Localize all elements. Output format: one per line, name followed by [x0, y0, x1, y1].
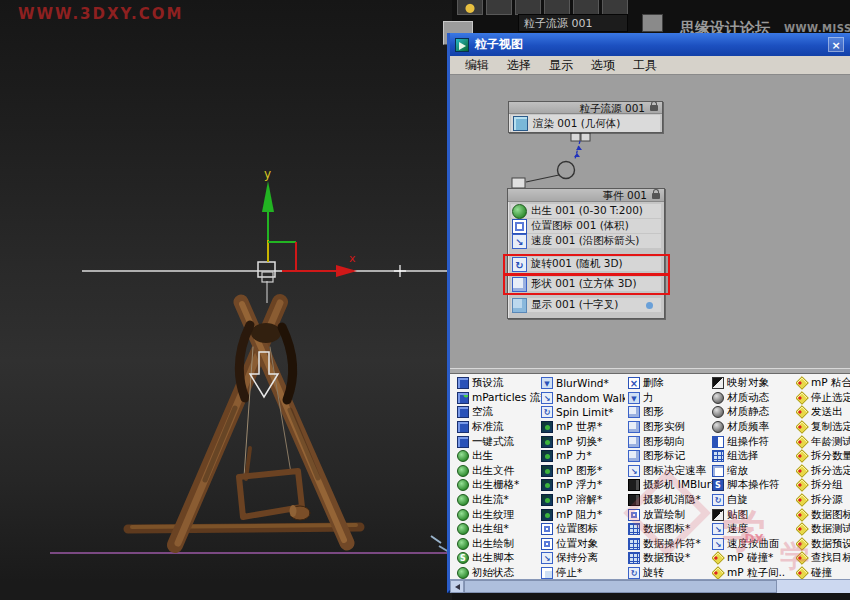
event-row-1[interactable]: 位置图标 001 (体积) [511, 219, 661, 233]
depot-item[interactable]: 数据预设* [628, 551, 712, 566]
scrollbar-thumb[interactable] [464, 580, 777, 593]
y-axis-arrow[interactable] [262, 181, 274, 212]
depot-item[interactable]: mP 粘合* [796, 376, 850, 391]
utilities-tab-icon[interactable] [602, 0, 628, 15]
depot-item[interactable]: 数据图标* [628, 522, 712, 537]
source-node-header[interactable]: 粒子流源 001 [509, 102, 662, 114]
depot-item[interactable]: 预设流 [457, 376, 541, 391]
depot-item[interactable]: 出生脚本 [457, 551, 541, 566]
depot-item[interactable]: 拆分组 [796, 478, 850, 493]
depot-scrollbar[interactable] [450, 579, 850, 593]
depot-item[interactable]: 图形 [628, 405, 712, 420]
depot-item[interactable]: 发送出 [796, 405, 850, 420]
menu-select[interactable]: 选择 [498, 57, 540, 74]
depot-item[interactable]: 材质动态 [712, 391, 796, 406]
depot-item[interactable]: 标准流 [457, 420, 541, 435]
depot-item[interactable]: 图形实例 [628, 420, 712, 435]
depot-item[interactable]: 力 [628, 391, 712, 406]
menu-tools[interactable]: 工具 [624, 57, 666, 74]
depot-item[interactable]: 数据操作符* [628, 537, 712, 552]
display-color-dot[interactable] [646, 302, 653, 309]
titlebar[interactable]: 粒子视图 × [450, 33, 850, 56]
depot-item[interactable]: 位置对象 [541, 537, 625, 552]
depot-item[interactable]: 摄影机 IMBlur* [628, 478, 712, 493]
depot-item[interactable]: 出生绘制 [457, 537, 541, 552]
depot-item[interactable]: 出生文件 [457, 464, 541, 479]
menu-display[interactable]: 显示 [540, 57, 582, 74]
depot-item[interactable]: 数据预设 [796, 537, 850, 552]
depot-item[interactable]: 材质频率 [712, 420, 796, 435]
depot-item[interactable]: 出生栅格* [457, 478, 541, 493]
menu-options[interactable]: 选项 [582, 57, 624, 74]
menu-edit[interactable]: 编辑 [456, 57, 498, 74]
depot-item[interactable]: 保持分离 [541, 551, 625, 566]
hierarchy-tab-icon[interactable] [515, 0, 541, 15]
depot-item[interactable]: 拆分选定项 [796, 464, 850, 479]
depot-item[interactable]: mP 阻力* [541, 507, 625, 522]
depot-item[interactable]: 材质静态 [712, 405, 796, 420]
modify-tab-icon[interactable] [486, 0, 512, 15]
depot-item[interactable]: 空流 [457, 405, 541, 420]
pf-source-node[interactable]: 粒子流源 001 渲染 001 (几何体) [508, 101, 663, 133]
event-row-2[interactable]: 速度 001 (沿图标箭头) [511, 234, 661, 248]
depot-item[interactable]: mP 图形* [541, 464, 625, 479]
event-row-0[interactable]: 出生 001 (0-30 T:200) [511, 204, 661, 218]
depot-item[interactable]: 脚本操作符 [712, 478, 796, 493]
depot-item[interactable]: 缩放 [712, 464, 796, 479]
depot-item[interactable]: mP 浮力* [541, 478, 625, 493]
object-color-swatch[interactable] [642, 14, 663, 32]
scroll-left-icon[interactable] [450, 580, 464, 593]
trebuchet-model[interactable] [128, 302, 360, 545]
depot-item[interactable]: mP 力* [541, 449, 625, 464]
depot-item[interactable]: 年龄测试 [796, 434, 850, 449]
depot-item[interactable]: 数据测试 [796, 522, 850, 537]
depot-item[interactable]: 组选择 [712, 449, 796, 464]
depot-item[interactable]: 贴图 [712, 507, 796, 522]
depot-item[interactable]: 出生组* [457, 522, 541, 537]
object-name-field[interactable]: 粒子流源 001 [518, 14, 628, 32]
depot-item[interactable]: 图形朝向 [628, 434, 712, 449]
depot-item[interactable]: 映射对象 [712, 376, 796, 391]
depot-item[interactable]: 组操作符 [712, 434, 796, 449]
depot-item[interactable]: 出生 [457, 449, 541, 464]
depot-item[interactable]: 出生流* [457, 493, 541, 508]
depot-item[interactable]: 拆分数量 [796, 449, 850, 464]
create-tab-icon[interactable] [457, 0, 483, 15]
3d-viewport[interactable]: y x WWW.3DXY.COM [0, 0, 452, 600]
depot-item[interactable]: 图形标记 [628, 449, 712, 464]
motion-tab-icon[interactable] [544, 0, 570, 15]
depot-item[interactable]: mP 溶解* [541, 493, 625, 508]
depot-item[interactable]: 数据图标 [796, 507, 850, 522]
depot-item[interactable]: 一键式流 [457, 434, 541, 449]
depot-item[interactable]: 删除 [628, 376, 712, 391]
depot-item[interactable]: mP 世界* [541, 420, 625, 435]
depot-item[interactable]: 摄影机消隐* [628, 493, 712, 508]
depot-item[interactable]: 放置绘制 [628, 507, 712, 522]
event-node-header[interactable]: 事件 001 [508, 189, 664, 202]
depot-item[interactable]: Spin Limit* [541, 405, 625, 420]
depot-item[interactable]: 查找目标 [796, 551, 850, 566]
event-input-connector[interactable] [512, 178, 525, 188]
transform-gizmo[interactable]: y x [262, 167, 357, 277]
wire-junction[interactable] [558, 162, 575, 179]
depot-item[interactable]: Random Walk* [541, 391, 625, 406]
close-button[interactable]: × [828, 37, 844, 52]
depot-item[interactable]: BlurWind* [541, 376, 625, 391]
depot-item[interactable]: mParticles 流* [457, 391, 541, 406]
depot-item[interactable]: 图标决定速率 [628, 464, 712, 479]
depot-item[interactable]: 位置图标 [541, 522, 625, 537]
depot-item[interactable]: 速度 [712, 522, 796, 537]
depot-item[interactable]: 停止选定项* [796, 391, 850, 406]
output-connector[interactable] [581, 133, 590, 141]
x-axis-arrow[interactable] [336, 265, 357, 277]
node-canvas[interactable]: 粒子流源 001 渲染 001 (几何体) 事件 001 出生 001 (0-3… [450, 75, 850, 368]
render-operator-row[interactable]: 渲染 001 (几何体) [511, 115, 660, 132]
depot-item[interactable]: 拆分源 [796, 493, 850, 508]
output-connector[interactable] [571, 133, 580, 141]
depot-item[interactable]: 自旋 [712, 493, 796, 508]
event-row-5[interactable]: 显示 001 (十字叉) [511, 298, 661, 312]
depot-item[interactable]: mP 切换* [541, 434, 625, 449]
depot-item[interactable]: 复制选定项 [796, 420, 850, 435]
depot-item[interactable]: 速度按曲面 [712, 537, 796, 552]
depot-item[interactable]: 出生纹理 [457, 507, 541, 522]
